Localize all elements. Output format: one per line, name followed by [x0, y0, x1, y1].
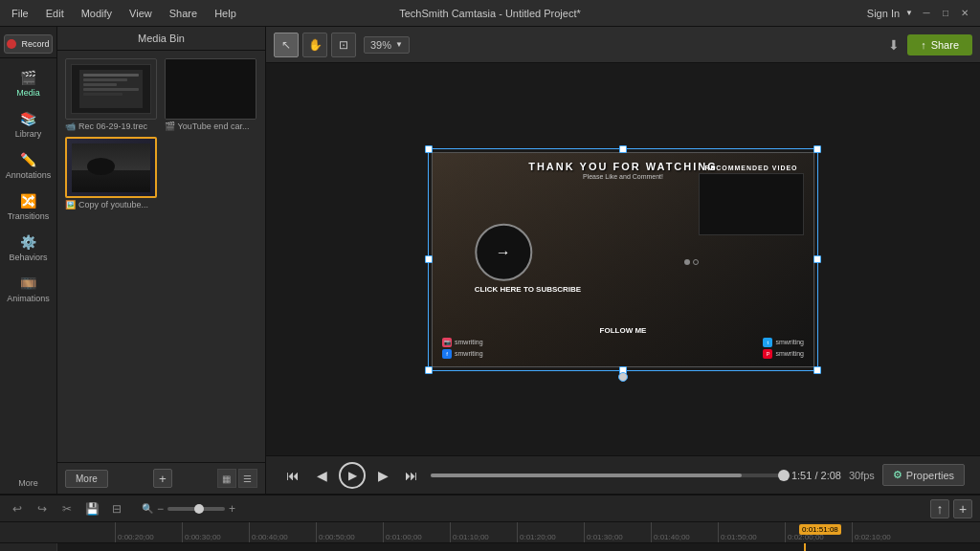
track-add-area: ↑ + [930, 499, 972, 518]
sidebar-item-media[interactable]: 🎬 Media [0, 64, 56, 103]
download-icon[interactable]: ⬇ [888, 37, 900, 53]
handle-bm[interactable] [619, 366, 627, 374]
undo-button[interactable]: ↩ [8, 499, 27, 518]
step-back-button[interactable]: ◀ [310, 464, 333, 487]
track-3-label: Track 3 [0, 543, 57, 551]
sidebar-label-animations: Animations [7, 294, 50, 303]
media-panel: Media Bin [57, 27, 266, 494]
save-button[interactable]: 💾 [82, 499, 101, 518]
menu-edit[interactable]: Edit [42, 6, 68, 21]
zoom-dropdown-icon[interactable]: ▼ [395, 40, 403, 49]
handle-bl[interactable] [425, 366, 433, 374]
maximize-button[interactable]: □ [938, 6, 953, 21]
play-button[interactable]: ▶ [339, 462, 366, 489]
progress-bar[interactable] [431, 474, 784, 477]
sidebar-item-annotations[interactable]: ✏️ Annotations [0, 146, 56, 186]
close-button[interactable]: ✕ [957, 6, 972, 21]
menu-share[interactable]: Share [166, 6, 201, 21]
recommended-video-area: RECOMMENDED VIDEO [699, 165, 804, 235]
media-label-yt: 🎬 YouTube end car... [165, 121, 256, 131]
ruler-mark-5: 0:01:10;00 [450, 522, 517, 543]
menu-view[interactable]: View [125, 6, 156, 21]
properties-button[interactable]: ⚙ Properties [882, 464, 965, 486]
toolbar: ↖ ✋ ⊡ 39% ▼ ⬇ ↑ Share [266, 27, 980, 63]
playback-buttons: ⏮ ◀ ▶ ▶ ⏭ [281, 462, 423, 489]
crop-tool[interactable]: ⊡ [331, 33, 356, 57]
zoom-control[interactable]: 39% ▼ [364, 36, 410, 54]
handle-mr[interactable] [813, 255, 821, 263]
step-forward-button[interactable]: ▶ [371, 464, 394, 487]
ruler-mark-8: 0:01:40;00 [651, 522, 718, 543]
sidebar-label-annotations: Annotations [6, 170, 52, 180]
more-label: More [18, 478, 38, 488]
hand-tool[interactable]: ✋ [302, 33, 327, 57]
scissors-button[interactable]: ✂ [57, 499, 77, 518]
track-3-row: Track 3 [0, 543, 980, 551]
progress-filled [431, 474, 742, 477]
timeline-toolbar: ↩ ↪ ✂ 💾 ⊟ 🔍 − + ↑ + [0, 496, 980, 522]
sidebar-item-library[interactable]: 📚 Library [0, 105, 56, 144]
track-options-button[interactable]: ⊟ [107, 499, 126, 518]
playback-controls: ⏮ ◀ ▶ ▶ ⏭ 1:51 / 2:08 30fps ⚙ Properties [266, 455, 980, 494]
rewind-button[interactable]: ⏮ [281, 464, 304, 487]
track-3-content[interactable] [57, 543, 980, 551]
total-time: 2:08 [821, 470, 841, 481]
media-item-rec[interactable]: 📹 Rec 06-29-19.trec [65, 58, 159, 131]
sidebar-item-more[interactable]: More [0, 473, 56, 494]
media-item-yt[interactable]: 🎬 YouTube end car... [165, 58, 258, 131]
media-thumb-yt [165, 58, 256, 120]
sidebar-item-transitions[interactable]: 🔀 Transitions [0, 187, 56, 227]
ruler-marks: 0:00:20;00 0:00:30;00 0:00:40;00 0:00:50… [57, 522, 980, 543]
grid-view-button[interactable]: ▦ [217, 469, 236, 488]
zoom-plus[interactable]: + [229, 502, 235, 516]
menu-modify[interactable]: Modify [78, 6, 116, 21]
preview-image[interactable]: THANK YOU FOR WATCHING Please Like and C… [432, 152, 814, 367]
add-media-button[interactable]: + [153, 469, 172, 488]
media-label-rec: 📹 Rec 06-29-19.trec [65, 121, 157, 131]
fps-display: 30fps [849, 470, 875, 481]
behaviors-icon: ⚙️ [20, 234, 36, 250]
menu-file[interactable]: File [8, 6, 33, 21]
handle-rotate[interactable] [618, 372, 628, 382]
sidebar-label-media: Media [16, 88, 40, 98]
preview-background: THANK YOU FOR WATCHING Please Like and C… [433, 153, 813, 366]
media-icon: 🎬 [20, 70, 36, 85]
copy-icon: 🖼️ [65, 200, 76, 209]
copy-filename: Copy of youtube... [78, 200, 148, 209]
record-button[interactable]: Record [4, 34, 53, 54]
minimize-button[interactable]: ─ [919, 6, 934, 21]
more-button[interactable]: More [65, 470, 108, 488]
sidebar-item-animations[interactable]: 🎞️ Animations [0, 270, 56, 309]
sign-in-link[interactable]: Sign In [867, 8, 900, 19]
preview-canvas: THANK YOU FOR WATCHING Please Like and C… [266, 63, 980, 455]
sidebar-label-library: Library [15, 129, 42, 139]
add-track-button[interactable]: + [953, 499, 972, 518]
media-item-copy[interactable]: 🖼️ Copy of youtube... [65, 137, 159, 209]
zoom-minus[interactable]: − [157, 502, 164, 516]
next-button[interactable]: ⏭ [400, 464, 423, 487]
timeline: ↩ ↪ ✂ 💾 ⊟ 🔍 − + ↑ + 0:00:20;00 0:00:30;0… [0, 494, 980, 551]
sidebar-item-behaviors[interactable]: ⚙️ Behaviors [0, 229, 56, 268]
list-view-button[interactable]: ☰ [238, 469, 257, 488]
zoom-slider[interactable] [167, 507, 225, 511]
ruler-mark-11: 0:02:10;00 [852, 522, 919, 543]
handle-tr[interactable] [813, 145, 821, 153]
copy-thumb-img [67, 139, 155, 196]
share-icon: ↑ [921, 39, 926, 51]
share-button[interactable]: ↑ Share [907, 34, 972, 55]
media-panel-content: 📹 Rec 06-29-19.trec 🎬 YouTube end car... [57, 51, 265, 462]
zoom-out-icon[interactable]: 🔍 [142, 503, 153, 514]
sign-in-dropdown-icon[interactable]: ▼ [905, 9, 913, 17]
ruler-mark-1: 0:00:30;00 [182, 522, 249, 543]
redo-button[interactable]: ↪ [33, 499, 52, 518]
media-label-copy: 🖼️ Copy of youtube... [65, 200, 157, 209]
add-track-above-button[interactable]: ↑ [930, 499, 949, 518]
menu-help[interactable]: Help [211, 6, 240, 21]
zoom-slider-thumb[interactable] [194, 504, 204, 514]
library-icon: 📚 [20, 111, 36, 126]
zoom-value: 39% [370, 39, 391, 51]
arrow-tool[interactable]: ↖ [274, 33, 299, 57]
handle-br[interactable] [813, 366, 821, 374]
timeline-ruler: 0:00:20;00 0:00:30;00 0:00:40;00 0:00:50… [0, 522, 980, 543]
sidebar-label-transitions: Transitions [8, 211, 50, 221]
